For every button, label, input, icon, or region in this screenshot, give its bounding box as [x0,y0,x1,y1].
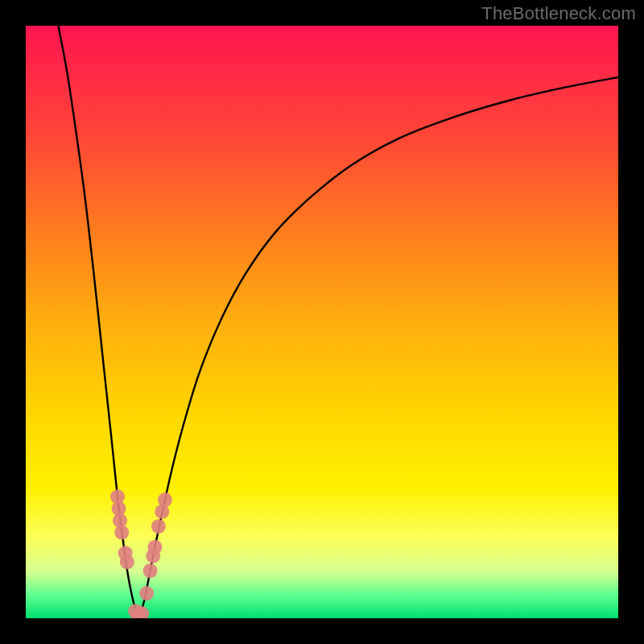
right-curve [139,77,618,618]
plot-area [26,26,618,618]
confidence-marker [120,555,134,569]
confidence-marker [147,540,162,555]
watermark-text: TheBottleneck.com [481,3,636,24]
confidence-marker [114,525,129,539]
chart-frame: TheBottleneck.com [0,0,644,644]
confidence-marker [158,493,172,507]
confidence-marker [151,519,166,534]
confidence-marker [143,564,158,578]
confidence-marker [139,586,154,601]
curve-layer [26,26,618,618]
